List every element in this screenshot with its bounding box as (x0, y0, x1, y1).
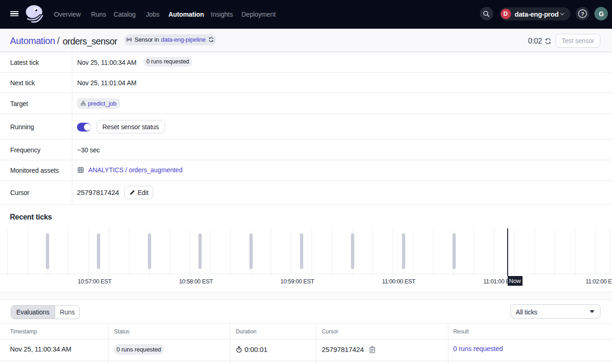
svg-text:?: ? (581, 11, 584, 17)
